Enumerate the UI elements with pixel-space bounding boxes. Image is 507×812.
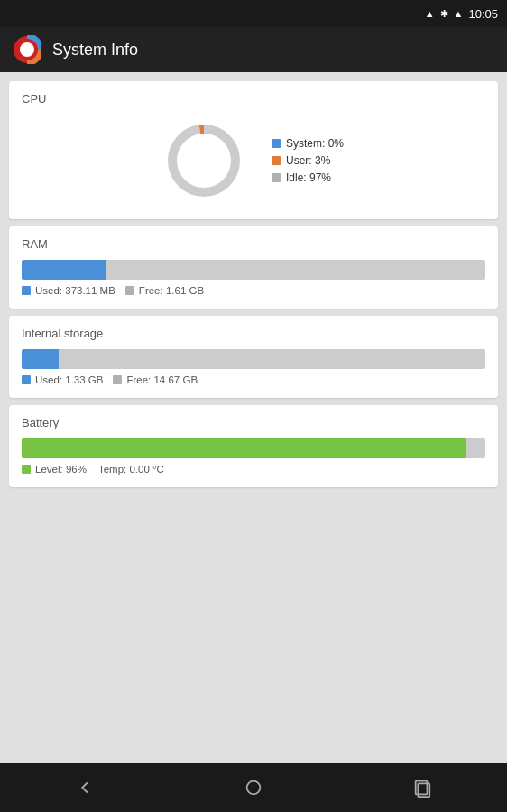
ram-bar-fill	[22, 260, 106, 280]
wifi-icon: ▲	[454, 8, 464, 19]
status-time: 10:05	[468, 7, 498, 21]
battery-card: Battery Level: 96% Temp: 0.00 °C	[9, 405, 498, 487]
ram-bar-container	[22, 260, 485, 280]
ram-free-dot	[125, 286, 134, 295]
ram-card: RAM Used: 373.11 MB Free: 1.61 GB	[9, 226, 498, 309]
battery-temp-label: Temp: 0.00 °C	[98, 464, 164, 475]
user-dot	[272, 156, 281, 165]
idle-dot	[272, 173, 281, 182]
ram-used-dot	[22, 286, 31, 295]
ram-legend: Used: 373.11 MB Free: 1.61 GB	[22, 285, 485, 296]
battery-title: Battery	[22, 416, 485, 429]
system-label: System: 0%	[286, 137, 344, 150]
svg-point-5	[247, 781, 261, 795]
storage-free-label: Free: 14.67 GB	[126, 374, 198, 385]
home-button[interactable]	[231, 765, 276, 810]
battery-bar-fill	[22, 438, 466, 458]
cpu-donut	[163, 120, 244, 201]
idle-label: Idle: 97%	[286, 171, 331, 184]
ram-used-label: Used: 373.11 MB	[35, 285, 115, 296]
cpu-legend-system: System: 0%	[272, 137, 344, 150]
user-label: User: 3%	[286, 154, 330, 167]
cpu-legend-user: User: 3%	[272, 154, 344, 167]
cpu-title: CPU	[22, 92, 485, 106]
battery-legend: Level: 96% Temp: 0.00 °C	[22, 464, 485, 475]
status-bar: ▲ ✱ ▲ 10:05	[0, 0, 507, 27]
ram-free-label: Free: 1.61 GB	[139, 285, 204, 296]
bottom-nav	[0, 763, 507, 812]
storage-card: Internal storage Used: 1.33 GB Free: 14.…	[9, 316, 498, 398]
storage-title: Internal storage	[22, 327, 485, 340]
battery-level-dot	[22, 465, 31, 474]
ram-title: RAM	[22, 237, 485, 251]
signal-icon: ▲	[425, 8, 435, 19]
battery-bar-container	[22, 438, 485, 458]
bluetooth-icon: ✱	[440, 8, 448, 20]
storage-used-label: Used: 1.33 GB	[35, 374, 103, 385]
storage-bar-fill	[22, 349, 59, 369]
battery-level-label: Level: 96%	[35, 464, 87, 475]
storage-used-dot	[22, 375, 31, 384]
storage-bar-container	[22, 349, 485, 369]
cpu-content: System: 0% User: 3% Idle: 97%	[22, 115, 485, 207]
recents-button[interactable]	[400, 765, 445, 810]
system-dot	[272, 139, 281, 148]
storage-legend: Used: 1.33 GB Free: 14.67 GB	[22, 374, 485, 385]
cpu-card: CPU System: 0% User:	[9, 81, 498, 219]
svg-point-1	[20, 42, 34, 57]
svg-point-2	[172, 129, 235, 192]
app-logo	[13, 35, 41, 64]
app-bar: System Info	[0, 27, 507, 72]
app-title: System Info	[52, 41, 138, 60]
back-button[interactable]	[62, 765, 107, 810]
cpu-legend: System: 0% User: 3% Idle: 97%	[272, 137, 344, 184]
main-content: CPU System: 0% User:	[0, 72, 507, 496]
cpu-legend-idle: Idle: 97%	[272, 171, 344, 184]
storage-free-dot	[113, 375, 122, 384]
